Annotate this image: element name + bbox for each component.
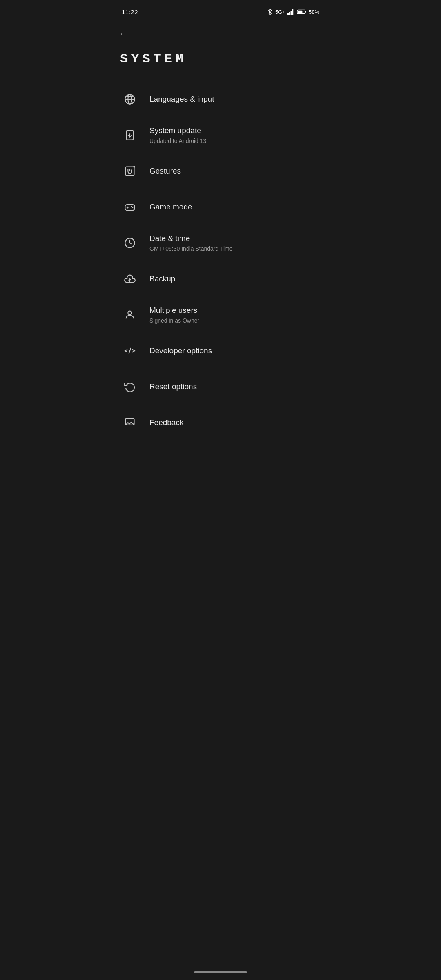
svg-point-19	[131, 206, 132, 207]
backup-icon	[120, 269, 140, 289]
settings-item-gestures[interactable]: Gestures	[110, 153, 331, 189]
date-time-text: Date & time GMT+05:30 India Standard Tim…	[149, 234, 233, 252]
settings-item-developer-options[interactable]: Developer options	[110, 333, 331, 369]
developer-options-title: Developer options	[149, 346, 212, 356]
game-mode-title: Game mode	[149, 202, 192, 212]
reset-options-title: Reset options	[149, 382, 197, 392]
svg-point-20	[132, 207, 133, 208]
battery-icon	[297, 9, 307, 15]
svg-rect-2	[290, 11, 292, 15]
svg-rect-0	[287, 13, 289, 15]
network-label: 5G+	[275, 9, 285, 15]
gamepad-icon	[120, 197, 140, 217]
settings-item-game-mode[interactable]: Game mode	[110, 189, 331, 225]
languages-text: Languages & input	[149, 94, 214, 105]
back-button[interactable]: ←	[110, 21, 331, 43]
multiple-users-subtitle: Signed in as Owner	[149, 317, 199, 324]
svg-rect-3	[292, 9, 293, 15]
clock-icon	[120, 233, 140, 253]
gestures-title: Gestures	[149, 166, 181, 176]
system-update-title: System update	[149, 126, 206, 136]
page-title: SYSTEM	[110, 43, 331, 81]
battery-label: 58%	[309, 9, 319, 15]
bluetooth-icon	[267, 9, 273, 15]
svg-point-23	[128, 311, 131, 315]
svg-rect-1	[289, 12, 290, 15]
svg-line-24	[129, 348, 131, 354]
settings-item-languages[interactable]: Languages & input	[110, 81, 331, 117]
settings-item-date-time[interactable]: Date & time GMT+05:30 India Standard Tim…	[110, 225, 331, 261]
multiple-users-title: Multiple users	[149, 305, 199, 316]
gestures-icon	[120, 161, 140, 181]
multiple-users-text: Multiple users Signed in as Owner	[149, 305, 199, 324]
system-update-icon	[120, 125, 140, 145]
code-icon	[120, 341, 140, 361]
settings-item-backup[interactable]: Backup	[110, 261, 331, 297]
status-bar: 11:22 5G+ 58%	[110, 0, 331, 21]
back-arrow-icon: ←	[119, 29, 128, 39]
user-icon	[120, 305, 140, 325]
svg-point-15	[133, 166, 135, 168]
reset-options-text: Reset options	[149, 382, 197, 392]
settings-item-multiple-users[interactable]: Multiple users Signed in as Owner	[110, 297, 331, 333]
backup-text: Backup	[149, 274, 175, 284]
feedback-icon	[120, 413, 140, 432]
signal-icon	[287, 9, 295, 15]
feedback-text: Feedback	[149, 418, 183, 428]
settings-item-system-update[interactable]: System update Updated to Android 13	[110, 117, 331, 153]
settings-item-feedback[interactable]: Feedback	[110, 405, 331, 441]
status-time: 11:22	[122, 9, 138, 16]
backup-title: Backup	[149, 274, 175, 284]
system-update-text: System update Updated to Android 13	[149, 126, 206, 145]
settings-item-reset-options[interactable]: Reset options	[110, 369, 331, 405]
globe-icon	[120, 89, 140, 109]
status-icons: 5G+ 58%	[267, 9, 319, 15]
date-time-subtitle: GMT+05:30 India Standard Time	[149, 245, 233, 252]
date-time-title: Date & time	[149, 234, 233, 244]
svg-rect-6	[298, 11, 302, 13]
feedback-title: Feedback	[149, 418, 183, 428]
game-mode-text: Game mode	[149, 202, 192, 212]
developer-options-text: Developer options	[149, 346, 212, 356]
languages-title: Languages & input	[149, 94, 214, 105]
settings-list: Languages & input System update Updated …	[110, 81, 331, 453]
reset-icon	[120, 377, 140, 396]
system-update-subtitle: Updated to Android 13	[149, 137, 206, 145]
svg-rect-5	[305, 11, 306, 13]
gestures-text: Gestures	[149, 166, 181, 176]
